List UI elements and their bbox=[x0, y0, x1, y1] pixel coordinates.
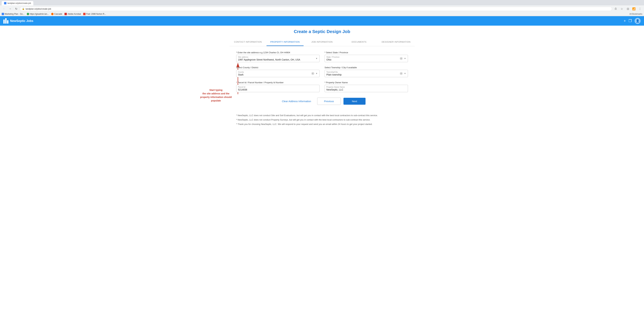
logo-bar-1 bbox=[3, 20, 5, 24]
tab-property-information[interactable]: PROPERTY INFORMATION bbox=[266, 38, 304, 46]
bookmark-button[interactable]: ☆ bbox=[620, 7, 624, 11]
annotation-line1: Start typing bbox=[210, 89, 222, 91]
state-province-label: * Select State / Province bbox=[324, 51, 408, 54]
menu-button[interactable]: ⋮ bbox=[638, 7, 642, 11]
footer-note-1: * NewSeptic, LLC does not conduct Site a… bbox=[236, 113, 408, 118]
bookmark-cascade-label: Cascade bbox=[54, 13, 62, 15]
header-actions: + ❐ 👤 bbox=[624, 18, 641, 24]
add-button[interactable]: + bbox=[624, 19, 626, 23]
township-value[interactable]: Plain township bbox=[326, 73, 402, 76]
state-province-dropdown-icon: ▼ bbox=[404, 57, 406, 60]
bookmark-marketing-icon bbox=[2, 13, 4, 15]
main-content: Create a Septic Design Job CONTACT INFOR… bbox=[230, 26, 415, 133]
bookmarks-bar: Marketing Plan - Go... https://gisadmin.… bbox=[0, 12, 644, 16]
bookmark-gmail[interactable]: Fwd: 2088 Norton R... bbox=[83, 13, 106, 15]
bookmark-acrobat-icon bbox=[64, 13, 67, 15]
form-row-2: Select County / District County Stark ✕ … bbox=[236, 66, 408, 77]
bookmark-gis[interactable]: https://gisadmin.lan... bbox=[27, 13, 49, 15]
logo-bars-icon bbox=[3, 18, 8, 24]
tab-contact-label: CONTACT INFORMATION bbox=[234, 41, 262, 43]
bookmark-cascade[interactable]: Cascade bbox=[51, 13, 62, 15]
tab-documents[interactable]: DOCUMENTS bbox=[340, 38, 378, 46]
address-bar[interactable]: 🔒 landplan.io/jobs/create-job bbox=[20, 7, 612, 11]
bookmark-gmail-label: Fwd: 2088 Norton R... bbox=[86, 13, 106, 15]
annotation-line3: property information should bbox=[200, 96, 232, 98]
back-button[interactable]: ← bbox=[2, 7, 6, 11]
property-owner-value[interactable]: NewSeptic, LLC bbox=[326, 88, 402, 91]
lock-icon: 🔒 bbox=[22, 8, 24, 10]
state-province-clear-icon[interactable]: ✕ bbox=[400, 57, 403, 60]
bookmark-gmail-icon bbox=[83, 13, 86, 15]
url-text: landplan.io/jobs/create-job bbox=[26, 8, 51, 10]
county-label: Select County / District bbox=[236, 66, 320, 69]
state-province-input-wrapper[interactable]: State / Province Ohio ✕ ▼ bbox=[324, 55, 408, 62]
tab-label: landplan.io/jobs/create-job bbox=[8, 2, 31, 5]
page-title: Create a Septic Design Job bbox=[230, 29, 415, 34]
property-owner-label: * Property Owner Name bbox=[324, 81, 408, 84]
tab-contact-information[interactable]: CONTACT INFORMATION bbox=[230, 38, 266, 46]
state-province-hint: State / Province bbox=[326, 56, 402, 58]
bookmark-gis-icon bbox=[27, 13, 29, 15]
clear-address-button[interactable]: Clear Address Information bbox=[278, 98, 314, 104]
site-address-hint: Site address bbox=[238, 56, 313, 58]
bookmark-gis-label: https://gisadmin.lan... bbox=[30, 13, 49, 15]
site-address-value[interactable]: 1997 Applegrove Street Northwest, North … bbox=[238, 58, 313, 61]
bookmark-acrobat[interactable]: Adobe Acrobat bbox=[64, 13, 81, 15]
bookmark-marketing[interactable]: Marketing Plan - Go... bbox=[2, 13, 24, 15]
parcel-id-value[interactable]: 5214838 bbox=[238, 88, 313, 91]
tab-favicon bbox=[4, 2, 6, 5]
tab-property-label: PROPERTY INFORMATION bbox=[270, 41, 300, 43]
all-bookmarks[interactable]: All Bookmarks bbox=[629, 13, 642, 15]
browser-toolbar: ← → ↻ 🔒 landplan.io/jobs/create-job ⎙ ☆ … bbox=[0, 6, 644, 12]
all-bookmarks-label: All Bookmarks bbox=[629, 13, 642, 15]
tab-job-information[interactable]: JOB INFORMATION bbox=[304, 38, 340, 46]
county-col: Select County / District County Stark ✕ … bbox=[236, 66, 320, 77]
property-owner-hint: Property Owner Name bbox=[326, 86, 402, 88]
township-hint: Township/City bbox=[326, 71, 402, 73]
tab-designer-information[interactable]: DESIGNER INFORMATION bbox=[378, 38, 415, 46]
state-province-col: * Select State / Province State / Provin… bbox=[324, 51, 408, 62]
township-input-wrapper[interactable]: Township/City Plain township ✕ ▼ bbox=[324, 70, 408, 77]
reload-button[interactable]: ↻ bbox=[14, 7, 18, 11]
form-row-1: * Enter the site address e.g 1234 Charle… bbox=[236, 51, 408, 62]
extension-button[interactable]: ⊡ bbox=[626, 7, 630, 11]
footer-note-2: * NewSeptic, LLC does not conduct Proper… bbox=[236, 118, 408, 122]
parcel-id-input-wrapper[interactable]: Parcel Id 5214838 bbox=[236, 85, 320, 92]
county-dropdown-icon: ▼ bbox=[316, 72, 318, 75]
bookmark-cascade-icon bbox=[51, 13, 54, 15]
annotation-text: Start typing the site address and the pr… bbox=[199, 88, 233, 103]
tab-job-label: JOB INFORMATION bbox=[311, 41, 332, 43]
previous-button[interactable]: Previous bbox=[317, 98, 341, 105]
tab-designer-label: DESIGNER INFORMATION bbox=[382, 41, 411, 43]
buttons-row: Clear Address Information Previous Next bbox=[236, 98, 408, 105]
forward-button[interactable]: → bbox=[8, 7, 12, 11]
county-input-wrapper[interactable]: County Stark ✕ ▼ bbox=[236, 70, 320, 77]
township-label: Select Township / City if available bbox=[324, 66, 408, 69]
bookmark-acrobat-label: Adobe Acrobat bbox=[68, 13, 81, 15]
tab-documents-label: DOCUMENTS bbox=[352, 41, 366, 43]
site-address-input-wrapper[interactable]: Site address 1997 Applegrove Street Nort… bbox=[236, 55, 320, 62]
screenshot-button[interactable]: ⎙ bbox=[613, 7, 618, 11]
tabs-bar: CONTACT INFORMATION PROPERTY INFORMATION… bbox=[230, 38, 415, 46]
logo-bar-3 bbox=[7, 20, 8, 24]
site-address-label: * Enter the site address e.g 1234 Charle… bbox=[236, 51, 320, 54]
logo-bar-2 bbox=[5, 18, 6, 24]
parcel-id-label: * Parcel Id / Parcel Number / Property I… bbox=[236, 81, 320, 84]
county-value[interactable]: Stark bbox=[238, 73, 313, 76]
footer-note-3: * Thank you for choosing NewSeptic, LLC.… bbox=[236, 122, 408, 126]
state-province-value[interactable]: Ohio bbox=[326, 58, 402, 61]
app-logo: NewSeptic Jobs bbox=[3, 18, 33, 24]
site-address-col: * Enter the site address e.g 1234 Charle… bbox=[236, 51, 320, 62]
property-owner-input-wrapper[interactable]: Property Owner Name NewSeptic, LLC bbox=[324, 85, 408, 92]
app-header: NewSeptic Jobs + ❐ 👤 bbox=[0, 16, 644, 26]
copy-button[interactable]: ❐ bbox=[628, 19, 632, 23]
township-clear-icon[interactable]: ✕ bbox=[400, 72, 403, 75]
user-avatar[interactable]: 👤 bbox=[634, 18, 641, 24]
browser-tab-active[interactable]: landplan.io/jobs/create-job bbox=[2, 1, 33, 6]
main-page: Create a Septic Design Job CONTACT INFOR… bbox=[0, 26, 644, 327]
stats-button[interactable]: 📶 bbox=[632, 7, 636, 11]
next-button[interactable]: Next bbox=[344, 98, 366, 105]
form-row-3: * Parcel Id / Parcel Number / Property I… bbox=[236, 81, 408, 92]
county-clear-icon[interactable]: ✕ bbox=[311, 72, 314, 75]
county-hint: County bbox=[238, 71, 313, 73]
